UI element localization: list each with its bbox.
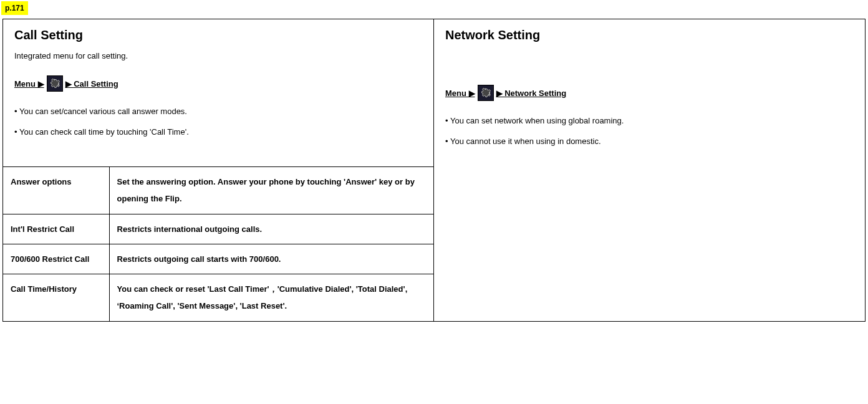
option-desc: You can check or reset 'Last Call Timer'…: [109, 274, 433, 321]
network-setting-title: Network Setting: [445, 28, 854, 42]
bullet-item: • You can set/cancel various call answer…: [14, 107, 422, 116]
content-columns: Call Setting Integrated menu for call se…: [2, 19, 866, 322]
path-text: Menu ▶: [445, 89, 475, 98]
option-name: Call Time/History: [3, 274, 109, 321]
option-desc: Restricts international outgoing calls.: [109, 214, 433, 244]
call-setting-column: Call Setting Integrated menu for call se…: [3, 19, 434, 321]
bullet-item: • You can set network when using global …: [445, 116, 854, 125]
bullet-item: • You can check call time by touching 'C…: [14, 127, 422, 137]
page-number-label: p.171: [1, 1, 28, 15]
bullet-item: • You cannot use it when using in domest…: [445, 137, 854, 146]
table-row: 700/600 Restrict Call Restricts outgoing…: [3, 244, 433, 274]
path-text: ▶ Network Setting: [496, 89, 567, 98]
option-name: Int'l Restrict Call: [3, 214, 109, 244]
option-name: 700/600 Restrict Call: [3, 244, 109, 274]
table-row: Answer options Set the answering option.…: [3, 167, 433, 214]
settings-gear-icon: [478, 85, 494, 101]
call-setting-title: Call Setting: [14, 28, 422, 42]
path-text: Menu ▶: [14, 79, 44, 89]
call-options-table: Answer options Set the answering option.…: [3, 166, 433, 321]
network-setting-column: Network Setting Menu ▶ ▶ Network Setting…: [434, 19, 865, 321]
network-setting-path: Menu ▶ ▶ Network Setting: [445, 85, 854, 101]
settings-gear-icon: [47, 75, 63, 92]
call-setting-subtitle: Integrated menu for call setting.: [14, 51, 422, 60]
option-name: Answer options: [3, 167, 109, 214]
option-desc: Restricts outgoing call starts with 700/…: [109, 244, 433, 274]
table-row: Call Time/History You can check or reset…: [3, 274, 433, 321]
table-row: Int'l Restrict Call Restricts internatio…: [3, 214, 433, 244]
call-setting-path: Menu ▶ ▶ Call Setting: [14, 75, 422, 92]
path-text: ▶ Call Setting: [65, 79, 118, 89]
option-desc: Set the answering option. Answer your ph…: [109, 167, 433, 214]
